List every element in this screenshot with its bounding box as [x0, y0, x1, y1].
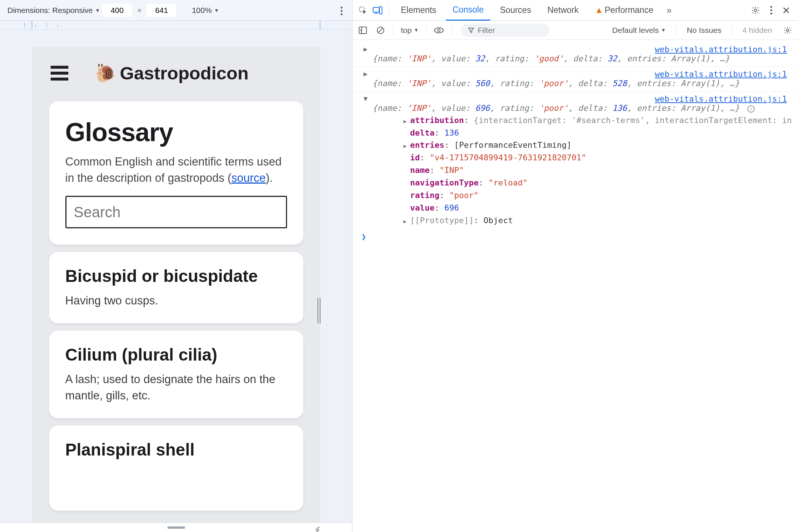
resize-corner-icon[interactable] [311, 522, 320, 530]
context-picker[interactable]: top ▼ [401, 26, 419, 35]
site-title-text: Gastropodicon [120, 63, 249, 83]
tab-elements[interactable]: Elements [394, 0, 443, 21]
chevron-down-icon: ▼ [95, 7, 100, 13]
svg-point-12 [434, 28, 443, 33]
dimensions-picker[interactable]: Dimensions: Responsive ▼ [7, 6, 100, 15]
expand-caret-icon[interactable] [364, 44, 368, 54]
kebab-icon[interactable] [770, 4, 772, 16]
device-name: Responsive [52, 6, 93, 15]
entry-title: Planispiral shell [65, 440, 287, 460]
console-toolbar: top ▼ Filter Default levels ▼ No Issues … [352, 21, 798, 40]
dimensions-label: Dimensions: [7, 6, 50, 15]
expand-caret-icon[interactable] [364, 69, 368, 79]
device-toolbar: Dimensions: Responsive ▼ × 100% ▼ [0, 0, 352, 21]
clear-console-icon[interactable] [375, 25, 386, 35]
grip-icon [167, 526, 185, 529]
filter-input[interactable]: Filter [461, 24, 549, 37]
glossary-heading: Glossary [65, 117, 287, 147]
entry-body: Having two cusps. [65, 293, 287, 308]
warning-icon: ▲ [595, 5, 603, 15]
svg-point-4 [754, 9, 757, 11]
chevron-down-icon: ▼ [661, 27, 666, 33]
drawer-handle[interactable] [0, 522, 352, 532]
console-settings-icon[interactable] [782, 25, 793, 35]
glossary-card: Glossary Common English and scientific t… [49, 101, 303, 245]
glossary-entry: Cilium (plural cilia) A lash; used to de… [49, 331, 303, 418]
glossary-description: Common English and scientific terms used… [65, 154, 287, 186]
console-log-entry[interactable]: web-vitals.attribution.js:1 {name: 'INP'… [352, 91, 798, 228]
page: 🐌 Gastropodicon Glossary Common English … [32, 47, 320, 532]
devtools-tabbar: Elements Console Sources Network ▲ Perfo… [352, 0, 798, 21]
menu-button[interactable] [51, 66, 68, 81]
chevron-down-icon: ▼ [214, 7, 219, 13]
source-link[interactable]: web-vitals.attribution.js:1 [655, 68, 787, 80]
entry-title: Cilium (plural cilia) [65, 345, 287, 365]
console-prompt[interactable]: ❯ [352, 228, 798, 243]
info-icon[interactable]: i [747, 105, 755, 113]
issues-label[interactable]: No Issues [687, 26, 721, 35]
dimension-separator: × [137, 6, 141, 15]
search-input[interactable] [65, 196, 287, 228]
hidden-count[interactable]: 4 hidden [742, 26, 772, 35]
more-tabs-icon[interactable]: » [666, 5, 671, 16]
tab-performance[interactable]: ▲ Performance [588, 0, 660, 21]
collapse-caret-icon[interactable] [364, 94, 368, 103]
ruler [0, 21, 352, 30]
glossary-entry: Planispiral shell [49, 426, 303, 511]
snail-icon: 🐌 [94, 64, 116, 82]
svg-line-11 [378, 28, 383, 33]
zoom-value: 100% [192, 6, 212, 15]
svg-rect-1 [373, 7, 379, 12]
viewport-resize-handle[interactable] [317, 298, 321, 324]
svg-marker-9 [360, 29, 361, 31]
source-link[interactable]: web-vitals.attribution.js:1 [655, 93, 787, 105]
width-input[interactable] [102, 4, 132, 17]
device-menu-button[interactable] [341, 5, 342, 17]
entry-body: A lash; used to designate the hairs on t… [65, 371, 287, 403]
close-icon[interactable] [782, 7, 790, 14]
live-expression-icon[interactable] [434, 25, 444, 35]
tab-network[interactable]: Network [541, 0, 585, 21]
svg-point-13 [438, 29, 440, 31]
svg-rect-3 [379, 7, 382, 14]
inspect-icon[interactable] [357, 4, 369, 16]
entry-title: Bicuspid or bicuspidate [65, 266, 287, 286]
tab-console[interactable]: Console [446, 0, 490, 21]
expanded-object: ▶attribution: {interactionTarget: '#sear… [372, 114, 798, 227]
console-log-entry[interactable]: web-vitals.attribution.js:1 {name: 'INP'… [352, 42, 798, 66]
svg-point-14 [787, 29, 789, 31]
filter-icon [468, 27, 474, 33]
source-link[interactable]: source [231, 171, 266, 184]
devtools-panel: Elements Console Sources Network ▲ Perfo… [352, 0, 798, 532]
device-toggle-icon[interactable] [372, 4, 383, 16]
source-link[interactable]: web-vitals.attribution.js:1 [655, 44, 787, 55]
tab-sources[interactable]: Sources [493, 0, 538, 21]
page-header: 🐌 Gastropodicon [32, 47, 320, 94]
console-output: web-vitals.attribution.js:1 {name: 'INP'… [352, 40, 798, 243]
console-log-entry[interactable]: web-vitals.attribution.js:1 {name: 'INP'… [352, 66, 798, 91]
emulated-viewport: 🐌 Gastropodicon Glossary Common English … [0, 30, 352, 532]
site-title: 🐌 Gastropodicon [94, 63, 249, 83]
height-input[interactable] [147, 4, 176, 17]
settings-icon[interactable] [751, 6, 760, 15]
glossary-entry: Bicuspid or bicuspidate Having two cusps… [49, 252, 303, 323]
log-levels-picker[interactable]: Default levels ▼ [612, 26, 666, 35]
zoom-picker[interactable]: 100% ▼ [192, 6, 219, 15]
chevron-down-icon: ▼ [414, 27, 419, 33]
sidebar-toggle-icon[interactable] [358, 25, 368, 35]
